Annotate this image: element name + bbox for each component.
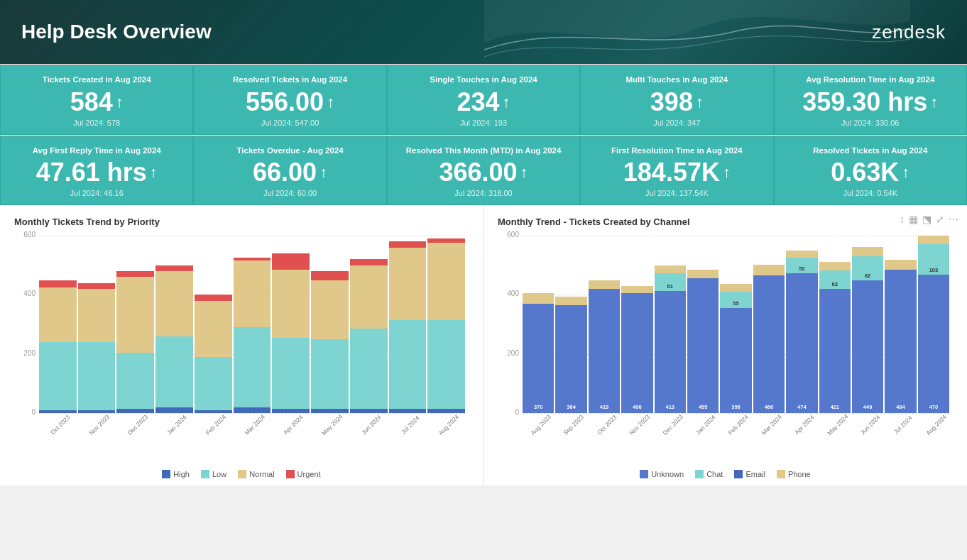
legend-item: High xyxy=(162,470,190,478)
channel-legend-color xyxy=(640,470,648,478)
bar-group xyxy=(427,236,465,413)
metric-title-2: Resolved This Month (MTD) in Aug 2024 xyxy=(399,146,568,156)
expand-icon[interactable]: ⤢ xyxy=(936,214,944,225)
export-icon[interactable]: ⬔ xyxy=(922,214,932,225)
metric-title-3: Multi Touches in Aug 2024 xyxy=(592,75,761,85)
bar-segment-channel: 466 xyxy=(753,275,785,413)
metric-prev-1: Jul 2024: 547.00 xyxy=(205,119,374,127)
chart-type-icon[interactable]: ▦ xyxy=(909,214,918,225)
metric-value-0: 47.61 hrs ↑ xyxy=(12,158,181,187)
bar-group xyxy=(195,236,232,413)
metric-value-1: 66.00 ↑ xyxy=(205,158,374,187)
x-axis-label-channel: Aug 2023 xyxy=(528,411,554,438)
bar-group-channel: 455 xyxy=(687,236,719,413)
metric-arrow-0: ↑ xyxy=(150,164,158,181)
channel-legend-item: Phone xyxy=(777,470,811,478)
metric-arrow-3: ↑ xyxy=(696,94,704,111)
metric-card-2: Single Touches in Aug 2024 234 ↑ Jul 202… xyxy=(387,65,580,135)
bar-segment-channel: 364 xyxy=(555,305,586,413)
bar-segment-channel xyxy=(819,262,851,270)
bar-segment xyxy=(39,287,77,342)
metric-arrow-2: ↑ xyxy=(520,164,528,181)
chart1-title: Monthly Tickets Trend by Priority xyxy=(14,216,469,227)
x-axis-label: Nov 2023 xyxy=(83,409,114,440)
bar-segment xyxy=(311,339,349,409)
x-axis-label: Jul 2024 xyxy=(394,409,425,440)
channel-legend-item: Chat xyxy=(695,470,723,478)
bar-segment xyxy=(155,271,193,336)
metric-value-1: 556.00 ↑ xyxy=(205,88,374,116)
chart-priority: Monthly Tickets Trend by Priority 020040… xyxy=(0,205,484,485)
chart2-legend: UnknownChatEmailPhone xyxy=(498,470,953,478)
bar-segment xyxy=(389,320,427,409)
bar-segment xyxy=(116,271,154,277)
bar-segment-channel xyxy=(621,286,652,293)
bar-segment-channel: 419 xyxy=(589,289,620,413)
x-axis-label-channel: Apr 2024 xyxy=(791,411,818,438)
bar-group-channel: 44982 xyxy=(852,236,883,413)
bar-group-channel: 364 xyxy=(555,236,586,413)
metric-card-1: Tickets Overdue - Aug 2024 66.00 ↑ Jul 2… xyxy=(193,136,386,206)
chart2-toolbar[interactable]: ↕ ▦ ⬔ ⤢ ⋯ xyxy=(900,214,958,225)
bar-segment-channel: 474 xyxy=(786,273,817,414)
chart2-title: Monthly Trend - Tickets Created by Chann… xyxy=(498,216,953,227)
bar-segment xyxy=(116,277,154,352)
bar-segment-channel xyxy=(852,247,883,256)
bar-group xyxy=(155,236,193,413)
metric-title-1: Tickets Overdue - Aug 2024 xyxy=(205,146,374,156)
bar-segment-channel: 61 xyxy=(655,273,686,291)
more-icon[interactable]: ⋯ xyxy=(949,214,958,225)
bar-segment xyxy=(116,353,154,409)
x-axis-label-channel: May 2024 xyxy=(824,411,851,438)
legend-color xyxy=(286,470,295,478)
metric-title-4: Avg Resolution Time in Aug 2024 xyxy=(786,75,955,85)
channel-legend-color xyxy=(777,470,785,478)
metric-card-3: Multi Touches in Aug 2024 398 ↑ Jul 2024… xyxy=(580,65,773,135)
bar-segment-channel xyxy=(655,265,686,273)
bar-group-channel: 484 xyxy=(885,236,916,413)
metric-arrow-4: ↑ xyxy=(930,94,938,111)
metric-card-0: Tickets Created in Aug 2024 584 ↑ Jul 20… xyxy=(0,65,193,135)
x-axis-label: Oct 2023 xyxy=(45,409,76,440)
metrics-row-1: Tickets Created in Aug 2024 584 ↑ Jul 20… xyxy=(0,64,967,135)
metric-value-4: 359.30 hrs ↑ xyxy=(786,88,955,116)
metric-prev-0: Jul 2024: 46.16 xyxy=(12,189,181,197)
bar-segment xyxy=(155,336,193,407)
x-axis-label-channel: Mar 2024 xyxy=(758,411,785,438)
bar-segment-channel: 82 xyxy=(852,256,883,280)
channel-legend-label: Unknown xyxy=(651,470,684,478)
x-axis-label: Feb 2024 xyxy=(200,409,231,440)
bar-group xyxy=(389,236,427,413)
bar-group-channel: 47452 xyxy=(786,236,817,413)
bar-segment xyxy=(78,283,116,289)
metric-title-3: First Resolution Time in Aug 2024 xyxy=(592,146,761,156)
channel-legend-color xyxy=(734,470,743,478)
legend-label: Urgent xyxy=(297,470,321,478)
metric-card-0: Avg First Reply Time in Aug 2024 47.61 h… xyxy=(0,136,193,206)
bar-group xyxy=(78,236,116,413)
bar-group-channel: 466 xyxy=(753,236,785,413)
metric-prev-2: Jul 2024: 193 xyxy=(399,119,568,127)
bar-segment-channel xyxy=(885,260,916,270)
legend-item: Normal xyxy=(238,470,274,478)
metric-value-3: 184.57K ↑ xyxy=(592,158,761,187)
x-axis-label-channel: Feb 2024 xyxy=(725,411,752,438)
channel-legend-item: Email xyxy=(734,470,765,478)
bar-segment-channel: 370 xyxy=(523,304,554,413)
sort-icon[interactable]: ↕ xyxy=(900,214,905,225)
bar-segment-channel xyxy=(786,251,817,258)
x-axis-label-channel: Jul 2024 xyxy=(890,411,917,438)
bar-segment-channel xyxy=(523,293,554,304)
x-axis-label: Dec 2023 xyxy=(122,409,153,440)
metric-prev-3: Jul 2024: 137.54K xyxy=(592,189,761,197)
charts-section: Monthly Tickets Trend by Priority 020040… xyxy=(0,205,967,485)
metric-prev-4: Jul 2024: 330.06 xyxy=(786,119,955,127)
metric-title-0: Tickets Created in Aug 2024 xyxy=(12,75,181,85)
bar-segment xyxy=(234,327,271,407)
metric-value-4: 0.63K ↑ xyxy=(786,158,955,187)
legend-item: Low xyxy=(201,470,226,478)
x-axis-label-channel: Nov 2023 xyxy=(626,411,653,438)
metric-prev-0: Jul 2024: 578 xyxy=(12,119,181,127)
metric-card-2: Resolved This Month (MTD) in Aug 2024 36… xyxy=(387,136,580,206)
metric-card-4: Resolved Tickets in Aug 2024 0.63K ↑ Jul… xyxy=(774,136,967,206)
